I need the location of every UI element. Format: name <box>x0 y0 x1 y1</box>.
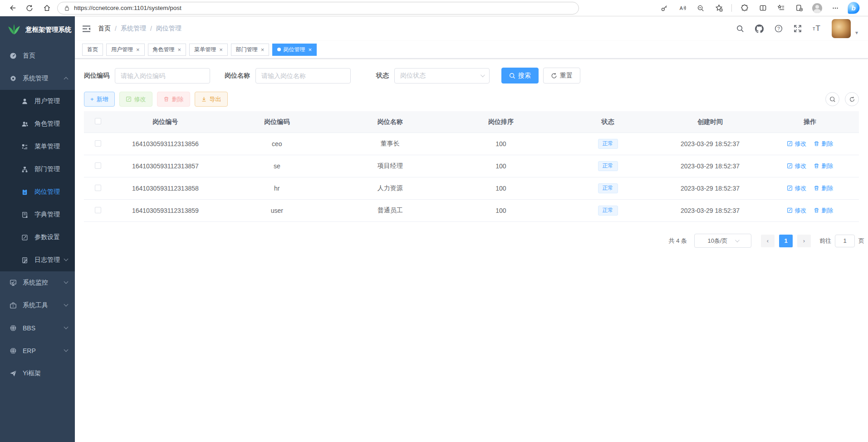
favorites-list-icon[interactable] <box>774 1 788 15</box>
avatar-caret-icon[interactable]: ▾ <box>855 29 858 36</box>
row-checkbox[interactable] <box>95 207 101 213</box>
tab-item[interactable]: 岗位管理× <box>272 44 317 56</box>
sidebar-item-parameters[interactable]: 参数设置 <box>0 226 75 249</box>
breadcrumb-system[interactable]: 系统管理 <box>121 25 146 33</box>
browser-back-icon[interactable] <box>5 1 19 15</box>
row-edit-link[interactable]: 修改 <box>787 162 806 170</box>
row-edit-link[interactable]: 修改 <box>787 184 806 192</box>
add-button[interactable]: + 新增 <box>84 92 115 107</box>
row-checkbox[interactable] <box>95 162 101 169</box>
tab-item[interactable]: 用户管理× <box>106 44 145 56</box>
user-avatar[interactable] <box>832 19 851 38</box>
sidebar-item-erp[interactable]: ERP <box>0 339 75 362</box>
send-icon <box>9 370 17 377</box>
post-name-input[interactable] <box>255 68 351 83</box>
tab-close-icon[interactable]: × <box>136 46 140 53</box>
export-button[interactable]: 导出 <box>195 92 228 107</box>
search-button[interactable]: 搜索 <box>501 68 539 83</box>
status-select[interactable]: 岗位状态 <box>394 68 490 83</box>
reset-button-label: 重置 <box>560 72 573 80</box>
favorite-add-icon[interactable] <box>712 1 726 15</box>
edit-button[interactable]: 修改 <box>119 92 152 107</box>
tab-item[interactable]: 首页 <box>82 44 103 56</box>
tab-close-icon[interactable]: × <box>261 46 265 53</box>
help-icon[interactable]: ? <box>775 25 783 33</box>
extensions-icon[interactable] <box>738 1 751 15</box>
sidebar-item-yi-framework[interactable]: Yi框架 <box>0 362 75 385</box>
sidebar-item-dictionaries[interactable]: 字典管理 <box>0 203 75 226</box>
sidebar-item-home[interactable]: 首页 <box>0 44 75 67</box>
next-page-button[interactable]: › <box>797 235 811 247</box>
topbar: 首页 / 系统管理 / 岗位管理 ? <box>75 16 868 41</box>
header-search-icon[interactable] <box>736 25 744 33</box>
read-aloud-icon[interactable]: A <box>676 1 689 15</box>
copilot-bing-icon[interactable]: b <box>847 1 860 15</box>
cell-code: ceo <box>219 140 335 147</box>
text-size-icon[interactable]: тT <box>813 24 821 33</box>
row-edit-label: 修改 <box>794 206 806 215</box>
sidebar-item-roles[interactable]: 角色管理 <box>0 113 75 135</box>
select-all-checkbox[interactable] <box>95 118 101 124</box>
password-key-icon[interactable] <box>657 1 671 15</box>
sidebar-item-users[interactable]: 用户管理 <box>0 90 75 113</box>
post-code-input[interactable] <box>115 68 210 83</box>
sidebar-item-departments[interactable]: 部门管理 <box>0 158 75 181</box>
sidebar-item-logs[interactable]: 日志管理 <box>0 249 75 271</box>
browser-chrome: https://ccnetcore.com:1101/system/post A <box>0 0 868 16</box>
reset-button[interactable]: 重置 <box>543 68 580 83</box>
row-edit-link[interactable]: 修改 <box>787 206 806 215</box>
row-checkbox[interactable] <box>95 185 101 191</box>
sidebar-item-bbs[interactable]: BBS <box>0 317 75 339</box>
row-delete-link[interactable]: 删除 <box>814 206 833 215</box>
cell-created: 2023-03-29 18:52:37 <box>659 140 761 147</box>
site-lock-icon[interactable] <box>64 5 70 11</box>
tab-label: 用户管理 <box>111 46 133 54</box>
url-text[interactable]: https://ccnetcore.com:1101/system/post <box>74 5 181 11</box>
sidebar-item-menus[interactable]: 菜单管理 <box>0 135 75 158</box>
delete-button[interactable]: 删除 <box>157 92 190 107</box>
sidebar-item-posts[interactable]: 岗位管理 <box>0 181 75 203</box>
sidebar-collapse-icon[interactable] <box>82 25 91 32</box>
tab-close-icon[interactable]: × <box>219 46 223 53</box>
goto-page-input[interactable] <box>835 235 855 247</box>
sidebar-item-monitoring[interactable]: 系统监控 <box>0 271 75 294</box>
sidebar-item-label: 用户管理 <box>34 97 60 105</box>
prev-page-button[interactable]: ‹ <box>761 235 775 247</box>
refresh-table-button[interactable] <box>845 92 859 106</box>
menu-icon <box>21 143 29 150</box>
globe-icon <box>9 324 17 332</box>
tab-item[interactable]: 菜单管理× <box>189 44 228 56</box>
tab-close-icon[interactable]: × <box>308 46 312 53</box>
page-number-button[interactable]: 1 <box>779 235 793 247</box>
breadcrumb-home[interactable]: 首页 <box>98 25 111 33</box>
row-delete-link[interactable]: 删除 <box>814 162 833 170</box>
tab-item[interactable]: 角色管理× <box>148 44 186 56</box>
sidebar-item-system[interactable]: 系统管理 <box>0 67 75 90</box>
profile-avatar-icon[interactable] <box>810 1 824 15</box>
sidebar-item-label: 系统工具 <box>23 301 48 309</box>
tab-item[interactable]: 部门管理× <box>231 44 270 56</box>
row-checkbox[interactable] <box>95 140 101 147</box>
page-size-select[interactable]: 10条/页 <box>694 234 751 248</box>
row-edit-link[interactable]: 修改 <box>787 140 806 148</box>
row-delete-label: 删除 <box>821 162 833 170</box>
browser-home-icon[interactable] <box>40 1 54 15</box>
more-menu-icon[interactable] <box>829 1 842 15</box>
address-bar[interactable]: https://ccnetcore.com:1101/system/post <box>57 2 579 15</box>
app-logo-row[interactable]: 意框架管理系统 <box>0 16 75 43</box>
github-icon[interactable] <box>755 25 764 33</box>
browser-refresh-icon[interactable] <box>23 1 36 15</box>
svg-text:A: A <box>679 5 683 11</box>
toggle-search-button[interactable] <box>825 92 839 106</box>
zoom-out-icon[interactable] <box>694 1 707 15</box>
sidebar-item-tools[interactable]: 系统工具 <box>0 294 75 317</box>
cell-code: hr <box>219 185 335 192</box>
copilot-pages-icon[interactable] <box>792 1 806 15</box>
status-badge: 正常 <box>598 139 618 149</box>
fullscreen-icon[interactable] <box>794 25 802 33</box>
split-screen-icon[interactable] <box>756 1 770 15</box>
tab-close-icon[interactable]: × <box>178 46 181 53</box>
sidebar-item-label: 首页 <box>23 52 35 60</box>
row-delete-link[interactable]: 删除 <box>814 140 833 148</box>
row-delete-link[interactable]: 删除 <box>814 184 833 192</box>
